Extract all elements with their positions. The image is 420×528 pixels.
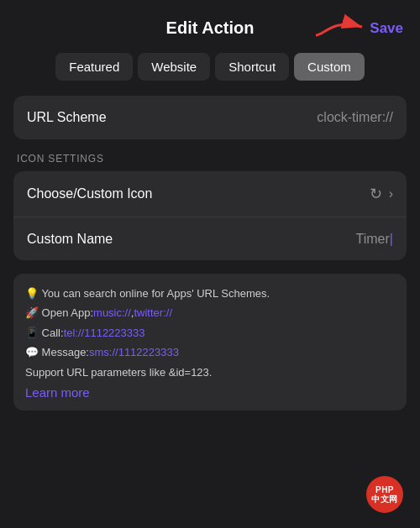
tel-link[interactable]: tel://1112223333 xyxy=(64,323,145,342)
header: Edit Action Save xyxy=(0,0,420,53)
tab-custom[interactable]: Custom xyxy=(294,53,365,81)
custom-name-label: Custom Name xyxy=(27,232,113,247)
sms-link[interactable]: sms://1112223333 xyxy=(89,342,179,362)
info-prefix-3: 📱 Call: xyxy=(25,323,64,342)
info-line-2: 🚀 Open App: music:// , twitter:// xyxy=(25,303,395,322)
reload-icon: ↻ xyxy=(370,185,382,203)
tab-bar: Featured Website Shortcut Custom xyxy=(0,53,420,96)
chevron-right-icon: › xyxy=(389,186,393,201)
info-section: 💡 You can search online for Apps' URL Sc… xyxy=(13,274,407,410)
choose-icon-label: Choose/Custom Icon xyxy=(27,186,152,201)
arrow-icon xyxy=(307,12,375,42)
info-line-4: 💬 Message: sms://1112223333 xyxy=(25,342,395,362)
learn-more-link[interactable]: Learn more xyxy=(25,385,90,400)
custom-name-value: Timer xyxy=(356,232,393,247)
php-badge-line2: 中文网 xyxy=(371,494,398,504)
tab-featured[interactable]: Featured xyxy=(55,53,133,81)
info-prefix-4: 💬 Message: xyxy=(25,342,89,362)
tab-shortcut[interactable]: Shortcut xyxy=(215,53,289,81)
url-scheme-value: clock-timer:// xyxy=(317,110,393,125)
info-line-5: Support URL parameters like &id=123. xyxy=(25,363,395,382)
info-text-5: Support URL parameters like &id=123. xyxy=(25,363,212,382)
url-scheme-section: URL Scheme clock-timer:// xyxy=(13,96,407,139)
custom-name-row[interactable]: Custom Name Timer xyxy=(13,217,407,260)
icon-settings-section: Choose/Custom Icon ↻ › Custom Name Timer xyxy=(13,171,407,260)
choose-icon-row[interactable]: Choose/Custom Icon ↻ › xyxy=(13,171,407,217)
music-link[interactable]: music:// xyxy=(93,303,131,322)
info-line-3: 📱 Call: tel://1112223333 xyxy=(25,323,395,342)
php-badge: PHP 中文网 xyxy=(366,476,403,513)
info-text-1: 💡 You can search online for Apps' URL Sc… xyxy=(25,284,270,303)
icon-settings-label: ICON SETTINGS xyxy=(0,153,420,171)
twitter-link[interactable]: twitter:// xyxy=(134,303,172,322)
save-button[interactable]: Save xyxy=(370,20,403,37)
php-badge-line1: PHP xyxy=(371,485,398,494)
url-scheme-row[interactable]: URL Scheme clock-timer:// xyxy=(13,96,407,139)
info-prefix-2: 🚀 Open App: xyxy=(25,303,93,322)
info-line-1: 💡 You can search online for Apps' URL Sc… xyxy=(25,284,395,303)
choose-icon-right: ↻ › xyxy=(370,185,393,203)
tab-website[interactable]: Website xyxy=(138,53,210,81)
page-title: Edit Action xyxy=(166,18,255,38)
url-scheme-label: URL Scheme xyxy=(27,110,107,125)
